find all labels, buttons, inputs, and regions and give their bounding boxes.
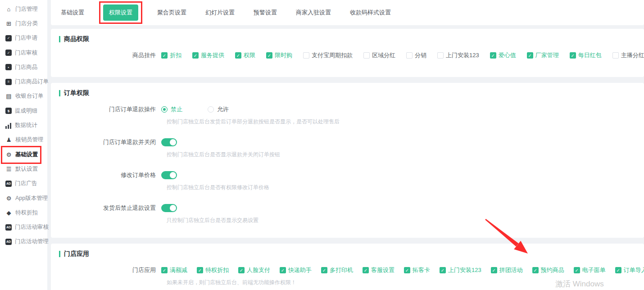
section-title-apps: 门店应用	[51, 250, 644, 258]
checkbox[interactable]	[363, 52, 370, 59]
order-row-label: 修改订单价格	[51, 171, 161, 179]
sidebar-item-4[interactable]: ▪门店商品	[0, 60, 47, 74]
checkbox-item-11[interactable]: ✓订单导入	[615, 266, 644, 274]
radio-option-0[interactable]: 禁止	[161, 105, 182, 113]
sidebar-item-5[interactable]: ≡门店商品订单	[0, 74, 47, 89]
checkbox[interactable]: ✓	[266, 52, 272, 59]
sidebar-item-11[interactable]: ☰默认设置	[0, 162, 47, 176]
app-version-gears-icon: ⚙	[5, 195, 12, 202]
tab-6[interactable]: 收款码样式设置	[350, 9, 391, 17]
checkbox-item-7[interactable]: ✓上门安装123	[440, 266, 481, 274]
sidebar-item-14[interactable]: ◆特权折扣	[0, 205, 47, 220]
admin-page: ⌂门店管理⊞门店分类✓门店申请✓门店审核▪门店商品≡门店商品订单▤收银台订单$提…	[0, 0, 644, 290]
checkbox[interactable]: ✓	[280, 267, 286, 273]
sidebar-item-7[interactable]: $提成明细	[0, 104, 47, 118]
sidebar-item-2[interactable]: ✓门店申请	[0, 31, 47, 45]
checkbox[interactable]: ✓	[235, 52, 241, 59]
goods-bag-icon: ▪	[5, 64, 12, 70]
checkbox[interactable]: ✓	[161, 267, 168, 273]
sidebar-item-13[interactable]: ⚙App版本管理	[0, 191, 47, 205]
checkbox-item-5[interactable]: 区域分红	[363, 51, 395, 59]
checkbox[interactable]: ✓	[363, 267, 369, 273]
tab-0[interactable]: 基础设置	[61, 9, 84, 17]
checkbox[interactable]: ✓	[192, 52, 199, 59]
radio-dot[interactable]	[161, 106, 168, 113]
checkbox-item-7[interactable]: 上门安装123	[437, 51, 479, 59]
sidebar-item-3[interactable]: ✓门店审核	[0, 45, 47, 60]
sidebar-item-0[interactable]: ⌂门店管理	[0, 2, 47, 16]
checkbox[interactable]	[406, 52, 413, 59]
checkbox[interactable]: ✓	[404, 267, 410, 273]
sidebar-item-label: 门店商品订单	[15, 78, 49, 86]
toggle-switch[interactable]	[161, 204, 177, 212]
checkbox-label: 多打印机	[330, 266, 353, 274]
checkbox-item-9[interactable]: ✓厂家管理	[527, 51, 559, 59]
checkbox-item-8[interactable]: ✓拼团活动	[491, 266, 523, 274]
sidebar-item-12[interactable]: AD门店广告	[0, 177, 47, 191]
radio-dot[interactable]	[208, 106, 214, 113]
checkbox-item-5[interactable]: ✓客服设置	[363, 266, 395, 274]
checkbox[interactable]: ✓	[197, 267, 203, 273]
checkbox[interactable]: ✓	[440, 267, 446, 273]
sidebar-item-6[interactable]: ▤收银台订单	[0, 89, 47, 104]
checkbox-item-0[interactable]: ✓折扣	[161, 51, 181, 59]
checkbox[interactable]: ✓	[615, 267, 621, 273]
checkbox-label: 主播分红	[621, 51, 644, 59]
checkbox[interactable]: ✓	[491, 267, 497, 273]
checkbox[interactable]: ✓	[574, 267, 580, 273]
checkbox-item-10[interactable]: ✓电子面单	[574, 266, 606, 274]
sidebar-item-label: App版本管理	[15, 195, 48, 202]
checkbox[interactable]: ✓	[527, 52, 533, 59]
checkbox[interactable]: ✓	[161, 52, 168, 59]
checkbox-item-4[interactable]: 支付宝周期扣款	[303, 51, 353, 59]
checkbox[interactable]: ✓	[532, 267, 539, 273]
sidebar-item-10[interactable]: ⚙基础设置	[0, 147, 47, 162]
section-title-product: 商品权限	[51, 35, 644, 43]
order-row-label: 门店订单退款并关闭	[51, 138, 161, 146]
checkbox-item-0[interactable]: ✓满额减	[161, 266, 187, 274]
checkbox-item-9[interactable]: ✓预约商品	[532, 266, 564, 274]
checkbox-item-8[interactable]: ✓爱心值	[490, 51, 516, 59]
settings-gear-icon: ⚙	[5, 151, 12, 158]
tab-1[interactable]: 权限设置	[103, 5, 138, 21]
checkbox-item-10[interactable]: ✓每日红包	[570, 51, 602, 59]
checkbox-item-1[interactable]: ✓服务提供	[192, 51, 224, 59]
checkbox-item-2[interactable]: ✓权限	[235, 51, 255, 59]
sidebar-item-label: 特权折扣	[15, 209, 38, 217]
sidebar-item-15[interactable]: AD门店活动审核	[0, 220, 47, 234]
store-icon: ⌂	[5, 6, 12, 13]
checkbox[interactable]: ✓	[238, 267, 245, 273]
sidebar-item-1[interactable]: ⊞门店分类	[0, 16, 47, 31]
radio-label: 禁止	[171, 105, 182, 113]
radio-option-1[interactable]: 允许	[208, 105, 229, 113]
tab-3[interactable]: 幻灯片设置	[205, 9, 235, 17]
order-permissions-title: 订单权限	[64, 89, 89, 97]
sidebar-item-label: 门店分类	[15, 20, 38, 27]
sidebar-item-label: 核销员管理	[15, 136, 44, 144]
checkbox-item-3[interactable]: ✓快递助手	[280, 266, 312, 274]
toggle-switch[interactable]	[161, 171, 177, 179]
checkbox[interactable]: ✓	[570, 52, 576, 59]
discount-tag-icon: ◆	[5, 209, 12, 216]
checkbox-item-6[interactable]: ✓拓客卡	[404, 266, 430, 274]
checkbox-item-2[interactable]: ✓人脸支付	[238, 266, 270, 274]
checkbox-item-1[interactable]: ✓特权折扣	[197, 266, 229, 274]
checkbox-item-4[interactable]: ✓多打印机	[321, 266, 353, 274]
tab-5[interactable]: 商家入驻设置	[296, 9, 331, 17]
sidebar-item-9[interactable]: ♟核销员管理	[0, 133, 47, 147]
checkbox-item-3[interactable]: ✓限时购	[266, 51, 292, 59]
toggle-knob	[170, 172, 176, 178]
checkbox[interactable]: ✓	[321, 267, 327, 273]
sidebar-item-16[interactable]: AD门店活动管理	[0, 235, 47, 249]
checkbox[interactable]	[612, 52, 619, 59]
checkbox[interactable]	[303, 52, 309, 59]
checkbox[interactable]: ✓	[490, 52, 496, 59]
sidebar-item-8[interactable]: 数据统计	[0, 118, 47, 132]
checkbox-label: 每日红包	[578, 51, 602, 59]
toggle-switch[interactable]	[161, 138, 177, 146]
tab-2[interactable]: 聚合页设置	[157, 9, 186, 17]
checkbox-item-6[interactable]: 分销	[406, 51, 426, 59]
checkbox-item-11[interactable]: 主播分红	[612, 51, 644, 59]
checkbox[interactable]	[437, 52, 444, 59]
tab-4[interactable]: 预警设置	[254, 9, 277, 17]
